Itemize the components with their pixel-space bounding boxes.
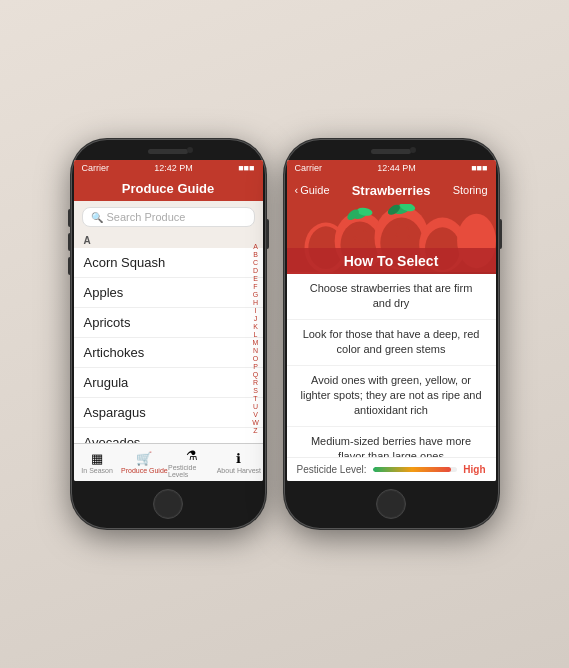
battery-left: ■■■	[238, 163, 254, 173]
alpha-j[interactable]: J	[251, 315, 261, 322]
time-left: 12:42 PM	[154, 163, 193, 173]
list-item[interactable]: Apricots	[74, 308, 263, 338]
item-acorn-squash: Acorn Squash	[84, 255, 253, 270]
item-apricots: Apricots	[84, 315, 253, 330]
list-item[interactable]: Asparagus	[74, 398, 263, 428]
alpha-g[interactable]: G	[251, 291, 261, 298]
alpha-n[interactable]: N	[251, 347, 261, 354]
item-apples: Apples	[84, 285, 253, 300]
front-camera-left	[187, 147, 193, 153]
tab-produce-guide[interactable]: 🛒 Produce Guide	[121, 444, 168, 481]
pesticide-label: Pesticide Level:	[297, 464, 367, 475]
alpha-b[interactable]: B	[251, 251, 261, 258]
alpha-f[interactable]: F	[251, 283, 261, 290]
bottom-bar-right	[284, 481, 499, 529]
tab-about-label: About Harvest	[217, 467, 261, 474]
tip-2: Look for those that have a deep, red col…	[287, 320, 496, 366]
right-phone: Carrier 12:44 PM ■■■ ‹ Guide Strawberrie…	[284, 139, 499, 529]
svg-point-21	[406, 226, 409, 230]
list-item[interactable]: Avocados	[74, 428, 263, 443]
item-avocados: Avocados	[84, 435, 253, 443]
alpha-t[interactable]: T	[251, 395, 261, 402]
tab-in-season-label: In Season	[81, 467, 113, 474]
cart-icon: 🛒	[136, 451, 152, 466]
item-artichokes: Artichokes	[84, 345, 253, 360]
tab-pesticide[interactable]: ⚗ Pesticide Levels	[168, 444, 215, 481]
battery-right: ■■■	[471, 163, 487, 173]
alpha-z[interactable]: Z	[251, 427, 261, 434]
tip-4: Medium-sized berries have more flavor th…	[287, 427, 496, 457]
bottom-bar-left	[71, 481, 266, 529]
tab-in-season[interactable]: ▦ In Season	[74, 444, 121, 481]
search-bar[interactable]: 🔍 Search Produce	[82, 207, 255, 227]
search-container: 🔍 Search Produce	[74, 201, 263, 233]
carrier-right: Carrier	[295, 163, 323, 173]
alpha-e[interactable]: E	[251, 275, 261, 282]
section-title-text: How To Select	[344, 253, 439, 269]
list-item[interactable]: Artichokes	[74, 338, 263, 368]
tab-bar-left: ▦ In Season 🛒 Produce Guide ⚗ Pesticide …	[74, 443, 263, 481]
alpha-q[interactable]: Q	[251, 371, 261, 378]
alpha-a[interactable]: A	[251, 243, 261, 250]
list-item[interactable]: Acorn Squash	[74, 248, 263, 278]
pesticide-value: High	[463, 464, 485, 475]
speaker-right	[371, 149, 411, 154]
alpha-v[interactable]: V	[251, 411, 261, 418]
produce-list: A Acorn Squash Apples Apricots Artichoke…	[74, 233, 263, 443]
alpha-index[interactable]: A B C D E F G H I J K L M N O P Q R S T	[251, 233, 261, 443]
front-camera-right	[410, 147, 416, 153]
tab-pesticide-label: Pesticide Levels	[168, 464, 215, 478]
tab-produce-guide-label: Produce Guide	[121, 467, 168, 474]
svg-point-23	[407, 235, 410, 239]
back-chevron-icon: ‹	[295, 184, 299, 196]
carrier-left: Carrier	[82, 163, 110, 173]
item-arugula: Arugula	[84, 375, 253, 390]
phone-top-left	[71, 139, 266, 160]
time-right: 12:44 PM	[377, 163, 416, 173]
alpha-u[interactable]: U	[251, 403, 261, 410]
status-bar-left: Carrier 12:42 PM ■■■	[74, 160, 263, 176]
left-screen: Carrier 12:42 PM ■■■ Produce Guide 🔍 Sea…	[74, 160, 263, 481]
home-button-right[interactable]	[376, 489, 406, 519]
list-item[interactable]: Apples	[74, 278, 263, 308]
svg-point-19	[365, 239, 368, 243]
nav-bar-detail: ‹ Guide Strawberries Storing	[287, 176, 496, 204]
section-header-a: A	[74, 233, 263, 248]
search-placeholder: Search Produce	[107, 211, 186, 223]
tip-1: Choose strawberries that are firm and dr…	[287, 274, 496, 320]
alpha-w[interactable]: W	[251, 419, 261, 426]
status-bar-right: Carrier 12:44 PM ■■■	[287, 160, 496, 176]
tab-about[interactable]: ℹ About Harvest	[215, 444, 262, 481]
strawberry-image: How To Select	[287, 204, 496, 274]
pesticide-track	[373, 467, 458, 472]
nav-title-left: Produce Guide	[122, 181, 214, 196]
alpha-l[interactable]: L	[251, 331, 261, 338]
storing-button[interactable]: Storing	[453, 184, 488, 196]
pesticide-fill	[373, 467, 451, 472]
alpha-s[interactable]: S	[251, 387, 261, 394]
alpha-d[interactable]: D	[251, 267, 261, 274]
alpha-i[interactable]: I	[251, 307, 261, 314]
info-icon: ℹ	[236, 451, 241, 466]
pesticide-icon: ⚗	[186, 448, 198, 463]
calendar-icon: ▦	[91, 451, 103, 466]
right-screen: Carrier 12:44 PM ■■■ ‹ Guide Strawberrie…	[287, 160, 496, 481]
alpha-h[interactable]: H	[251, 299, 261, 306]
alpha-k[interactable]: K	[251, 323, 261, 330]
nav-bar-left: Produce Guide	[74, 176, 263, 201]
alpha-o[interactable]: O	[251, 355, 261, 362]
alpha-c[interactable]: C	[251, 259, 261, 266]
alpha-p[interactable]: P	[251, 363, 261, 370]
alpha-m[interactable]: M	[251, 339, 261, 346]
tip-3: Avoid ones with green, yellow, or lighte…	[287, 366, 496, 427]
back-button[interactable]: ‹ Guide	[295, 184, 330, 196]
left-phone: Carrier 12:42 PM ■■■ Produce Guide 🔍 Sea…	[71, 139, 266, 529]
list-item[interactable]: Arugula	[74, 368, 263, 398]
home-button-left[interactable]	[153, 489, 183, 519]
alpha-r[interactable]: R	[251, 379, 261, 386]
pesticide-container: Pesticide Level: High	[287, 457, 496, 481]
detail-title: Strawberries	[352, 183, 431, 198]
detail-content: Choose strawberries that are firm and dr…	[287, 274, 496, 457]
back-label: Guide	[300, 184, 329, 196]
how-to-select-title: How To Select	[287, 248, 496, 274]
